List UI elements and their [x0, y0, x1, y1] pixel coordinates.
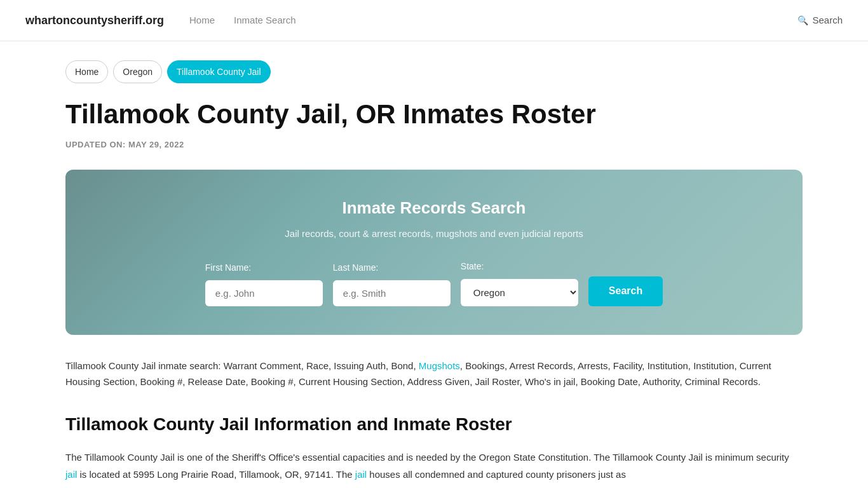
state-select[interactable]: Oregon Alabama Alaska Arizona Arkansas C…	[461, 279, 578, 306]
search-widget: Inmate Records Search Jail records, cour…	[65, 170, 803, 335]
main-nav: Home Inmate Search	[189, 13, 296, 28]
header-search-label: Search	[812, 13, 843, 28]
header-search[interactable]: 🔍 Search	[797, 13, 843, 28]
breadcrumb-home[interactable]: Home	[65, 60, 108, 83]
state-label: State:	[461, 259, 484, 273]
first-name-input[interactable]	[205, 280, 323, 306]
updated-date: MAY 29, 2022	[128, 140, 184, 149]
search-widget-title: Inmate Records Search	[104, 195, 764, 222]
section-body: The Tillamook County Jail is one of the …	[65, 449, 803, 483]
jail-highlight: jail	[65, 469, 77, 480]
section-heading: Tillamook County Jail Information and In…	[65, 410, 803, 439]
updated-prefix: UPDATED ON:	[65, 140, 126, 149]
last-name-group: Last Name:	[333, 261, 451, 306]
search-button[interactable]: Search	[588, 276, 663, 306]
first-name-label: First Name:	[205, 261, 251, 274]
breadcrumb-oregon[interactable]: Oregon	[113, 60, 162, 83]
header-left: whartoncountysheriff.org Home Inmate Sea…	[25, 11, 296, 30]
search-widget-subtitle: Jail records, court & arrest records, mu…	[104, 226, 764, 241]
search-form: First Name: Last Name: State: Oregon Ala…	[104, 259, 764, 306]
jail-highlight-2: jail	[355, 469, 367, 480]
breadcrumb: Home Oregon Tillamook County Jail	[65, 60, 803, 83]
nav-inmate-search[interactable]: Inmate Search	[234, 13, 296, 28]
nav-home[interactable]: Home	[189, 13, 215, 28]
last-name-label: Last Name:	[333, 261, 379, 274]
updated-label: UPDATED ON: MAY 29, 2022	[65, 139, 803, 152]
description-text: Tillamook County Jail inmate search: War…	[65, 358, 803, 390]
search-icon: 🔍	[797, 13, 808, 27]
breadcrumb-tillamook[interactable]: Tillamook County Jail	[167, 60, 271, 83]
page-title: Tillamook County Jail, OR Inmates Roster	[65, 98, 803, 130]
mugshots-link[interactable]: Mugshots	[419, 360, 460, 371]
site-header: whartoncountysheriff.org Home Inmate Sea…	[0, 0, 868, 41]
site-logo[interactable]: whartoncountysheriff.org	[25, 11, 164, 30]
last-name-input[interactable]	[333, 280, 451, 306]
main-content: Home Oregon Tillamook County Jail Tillam…	[40, 41, 828, 488]
state-group: State: Oregon Alabama Alaska Arizona Ark…	[461, 259, 578, 306]
first-name-group: First Name:	[205, 261, 323, 306]
